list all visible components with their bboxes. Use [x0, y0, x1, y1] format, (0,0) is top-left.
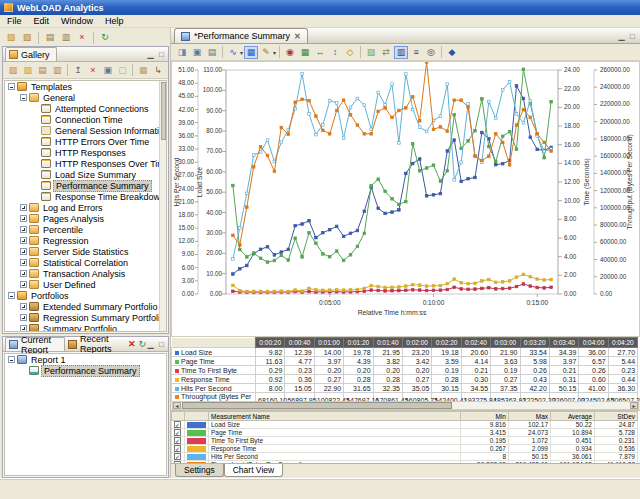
copy-icon[interactable]: ▣ [190, 46, 204, 59]
import-icon[interactable]: ▤ [36, 64, 50, 77]
grid-icon[interactable]: ▦ [298, 46, 312, 59]
expand-icon[interactable] [20, 270, 27, 277]
tree-item-log-and-errors[interactable]: Log and Errors [5, 202, 166, 213]
tree-item-regression-summary-portfolio[interactable]: Regression Summary Portfolio [5, 312, 166, 323]
dropdown-arrow-icon[interactable]: ▾ [273, 49, 276, 56]
edit-style-icon[interactable]: ✎ [259, 46, 273, 59]
legend-icon[interactable]: ≡ [409, 46, 423, 59]
link-icon[interactable]: ↳ [151, 64, 165, 77]
close-tab-icon[interactable]: ✕ [294, 32, 301, 41]
properties-icon[interactable]: ◇ [343, 46, 357, 59]
delete-icon[interactable]: × [86, 64, 100, 77]
pan-vertical-icon[interactable]: ↕ [328, 46, 342, 59]
close-report-icon[interactable]: ✕ [128, 339, 136, 349]
copy-icon[interactable]: ▣ [101, 64, 115, 77]
preview-icon[interactable]: ◎ [424, 46, 438, 59]
tree-item-attempted-connections[interactable]: Attempted Connections [5, 103, 166, 114]
gallery-tab[interactable]: Gallery [5, 47, 57, 61]
minimize-editor-icon[interactable]: ▁ [617, 32, 626, 41]
tree-item-connection-time[interactable]: Connection Time [5, 114, 166, 125]
dropdown-arrow-icon[interactable]: ▾ [240, 49, 243, 56]
minimize-panel-icon[interactable]: ▁ [146, 340, 155, 349]
tree-item-templates[interactable]: Templates [5, 81, 166, 92]
new-folder-icon[interactable]: ▧ [21, 64, 35, 77]
tree-item-summary-portfolio[interactable]: Summary Portfolio [5, 323, 166, 332]
legend-row[interactable]: ✓Page Time3.41524.07310.8945.728 [172, 429, 638, 437]
expand-icon[interactable] [20, 226, 27, 233]
expand-icon[interactable] [20, 237, 27, 244]
table-row[interactable]: Time To First Byte0.290.230.200.200.200.… [172, 366, 638, 375]
expand-icon[interactable] [20, 204, 27, 211]
chart-wizard-icon[interactable]: ▦ [244, 46, 258, 59]
tree-item-server-side-statistics[interactable]: Server Side Statistics [5, 246, 166, 257]
expand-icon[interactable] [20, 259, 27, 266]
tree-item-pages-analysis[interactable]: Pages Analysis [5, 213, 166, 224]
manage-templates-icon[interactable]: ▧ [20, 31, 34, 44]
menu-help[interactable]: Help [105, 16, 124, 26]
scrollbar-thumb[interactable] [182, 402, 452, 409]
menu-edit[interactable]: Edit [34, 16, 50, 26]
export-icon[interactable]: ▥ [50, 64, 64, 77]
legend-row[interactable]: ✓Response Time0.2672.0990.9340.536 [172, 445, 638, 453]
paste-disabled-icon[interactable]: ▢ [116, 64, 130, 77]
tree-item-performance-summary[interactable]: Performance Summary [5, 365, 166, 376]
refresh-data-icon[interactable]: ↻ [98, 31, 112, 44]
open-template-icon[interactable]: ▨ [6, 64, 20, 77]
delete-report-icon[interactable]: × [75, 31, 89, 44]
legend-row[interactable]: ✓Load Size9.816102.1750.2224.87 [172, 421, 638, 429]
print-icon[interactable]: ▤ [205, 46, 219, 59]
expand-icon[interactable] [20, 281, 27, 288]
table-row[interactable]: Page Time11.634.773.974.393.823.423.594.… [172, 357, 638, 366]
tree-item-http-errors-over-time[interactable]: HTTP Errors Over Time [5, 136, 166, 147]
table-row[interactable]: Hits Per Second8.0015.0522.9031.6532.353… [172, 384, 638, 393]
tree-item-http-responses-over-time[interactable]: HTTP Responses Over Time [5, 158, 166, 169]
tree-item-statistical-correlation[interactable]: Statistical Correlation [5, 257, 166, 268]
tree-item-extended-summary-portfolio[interactable]: Extended Summary Portfolio [5, 301, 166, 312]
scrollbar-thumb[interactable] [161, 82, 166, 140]
tree-item-general-session-information[interactable]: General Session Information [5, 125, 166, 136]
table-row[interactable]: Load Size9.8212.3914.0019.7821.9523.2019… [172, 348, 638, 357]
series-checkbox[interactable]: ✓ [174, 429, 181, 436]
tree-item-performance-summary[interactable]: Performance Summary [5, 180, 166, 191]
table-row[interactable]: Throughput (Bytes Per Second)68160.10568… [172, 393, 638, 402]
collapse-icon[interactable] [8, 356, 15, 363]
tab-chart-view[interactable]: Chart View [224, 464, 283, 477]
menu-file[interactable]: File [7, 16, 22, 26]
tree-item-transaction-analysis[interactable]: Transaction Analysis [5, 268, 166, 279]
zoom-icon[interactable]: ◉ [283, 46, 297, 59]
series-checkbox[interactable]: ✓ [174, 453, 181, 460]
series-checkbox[interactable]: ✓ [174, 437, 181, 444]
expand-icon[interactable] [20, 215, 27, 222]
save-icon[interactable]: ◨ [175, 46, 189, 59]
tree-item-report-1[interactable]: Report 1 [5, 354, 166, 365]
menu-window[interactable]: Window [61, 16, 93, 26]
tree-item-http-responses[interactable]: HTTP Responses [5, 147, 166, 158]
tree-item-regression[interactable]: Regression [5, 235, 166, 246]
title-bar[interactable]: WebLOAD Analytics [0, 0, 640, 15]
table-horizontal-scrollbar[interactable]: ◄ ► [172, 401, 639, 410]
tab-settings[interactable]: Settings [175, 464, 224, 477]
export-image-icon[interactable]: ▨ [364, 46, 378, 59]
tree-item-general[interactable]: General [5, 92, 166, 103]
series-checkbox[interactable]: ✓ [174, 421, 181, 428]
expand-icon[interactable] [20, 325, 27, 332]
scroll-left-icon[interactable]: ◄ [173, 402, 181, 409]
pan-horizontal-icon[interactable]: ↔ [313, 46, 327, 59]
maximize-panel-icon[interactable]: □ [157, 50, 166, 59]
clipboard-icon[interactable]: ▦ [136, 64, 150, 77]
collapse-icon[interactable] [8, 83, 15, 90]
compare-icon[interactable]: ⇄ [379, 46, 393, 59]
expand-icon[interactable] [20, 314, 27, 321]
maximize-panel-icon[interactable]: □ [157, 340, 166, 349]
minimize-panel-icon[interactable]: ▁ [146, 50, 155, 59]
copy-report-icon[interactable]: ▥ [59, 31, 73, 44]
table-view-icon[interactable]: ▥ [394, 46, 408, 59]
collapse-icon[interactable] [20, 94, 27, 101]
info-icon[interactable]: ◆ [445, 46, 459, 59]
expand-icon[interactable] [20, 248, 27, 255]
tree-item-percentile[interactable]: Percentile [5, 224, 166, 235]
tree-item-load-size-summary[interactable]: Load Size Summary [5, 169, 166, 180]
legend-row[interactable]: ✓Hits Per Second850.1536.0617.879 [172, 453, 638, 461]
refresh-report-icon[interactable]: ↻ [138, 339, 146, 349]
legend-row[interactable]: ✓Time To First Byte0.1951.0720.4510.231 [172, 437, 638, 445]
